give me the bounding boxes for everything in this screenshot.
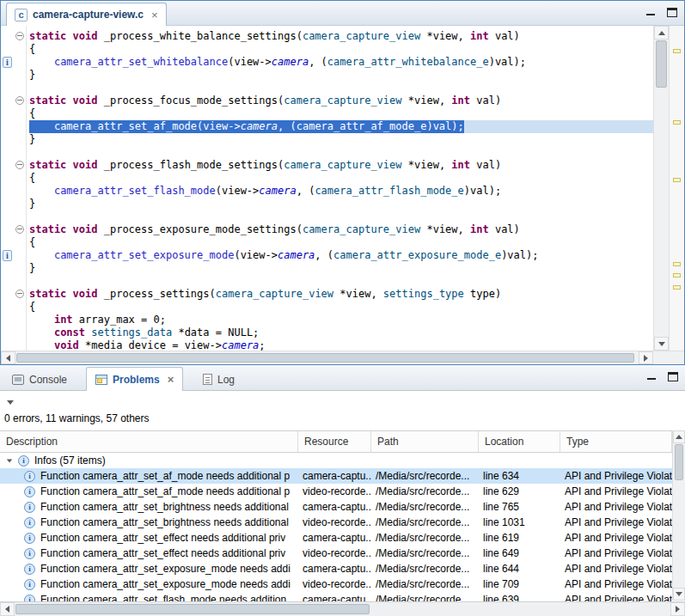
tab-problems[interactable]: Problems × xyxy=(86,367,183,391)
cell-resource: camera-captu... xyxy=(298,501,371,513)
occurrence-marker-icon[interactable] xyxy=(673,273,681,278)
fold-collapse-icon[interactable] xyxy=(15,161,24,169)
code-line[interactable]: void *media_device = view->camera; xyxy=(29,339,653,351)
close-icon[interactable]: × xyxy=(168,374,174,385)
vertical-scrollbar-thumb[interactable] xyxy=(656,40,667,88)
code-line[interactable]: static void _process_settings(camera_cap… xyxy=(29,288,653,301)
occurrence-marker-icon[interactable] xyxy=(673,178,681,182)
tab-console[interactable]: Console xyxy=(3,368,76,391)
problem-row[interactable]: iFunction camera_attr_set_flash_mode nee… xyxy=(0,592,672,601)
fold-collapse-icon[interactable] xyxy=(15,96,24,105)
cell-path: /Media/src/recorde... xyxy=(371,578,479,590)
scroll-left-button[interactable] xyxy=(0,602,15,616)
problem-row[interactable]: iFunction camera_attr_set_brightness nee… xyxy=(0,515,672,530)
problem-row[interactable]: iFunction camera_attr_set_af_mode needs … xyxy=(0,468,672,484)
scroll-right-button[interactable] xyxy=(670,602,685,616)
code-line[interactable] xyxy=(29,82,653,95)
code-line[interactable]: } xyxy=(29,69,653,82)
column-header-location[interactable]: Location xyxy=(479,431,560,452)
arrow-right-icon xyxy=(644,355,648,362)
editor-window-controls xyxy=(645,7,677,17)
column-header-description[interactable]: Description xyxy=(0,431,298,452)
occurrence-marker-icon[interactable] xyxy=(673,120,681,125)
cell-resource: video-recorde... xyxy=(298,516,371,528)
occurrence-marker-icon[interactable] xyxy=(673,285,681,290)
code-line[interactable]: static void _process_white_balance_setti… xyxy=(29,30,653,43)
horizontal-scrollbar-thumb[interactable] xyxy=(16,353,634,363)
code-line[interactable]: { xyxy=(29,107,653,120)
minimize-icon[interactable] xyxy=(646,371,657,381)
scroll-right-button[interactable] xyxy=(639,351,653,364)
code-line[interactable]: int array_max = 0; xyxy=(29,314,653,326)
fold-collapse-icon[interactable] xyxy=(15,225,24,234)
code-line[interactable]: } xyxy=(29,262,653,275)
code-line[interactable]: static void _process_flash_mode_settings… xyxy=(29,159,653,172)
code-line[interactable]: static void _process_exposure_mode_setti… xyxy=(29,223,653,236)
problem-row[interactable]: iFunction camera_attr_set_effect needs a… xyxy=(0,530,672,546)
cell-type: API and Privilege Violat... xyxy=(560,516,672,528)
scroll-up-button[interactable] xyxy=(673,430,685,443)
view-menu-arrow[interactable] xyxy=(7,400,14,405)
log-icon xyxy=(203,374,212,385)
scroll-down-button[interactable] xyxy=(654,337,669,351)
arrow-down-icon xyxy=(658,342,665,346)
code-line[interactable] xyxy=(29,275,653,288)
arrow-up-icon xyxy=(658,31,665,35)
code-line[interactable]: const settings_data *data = NULL; xyxy=(29,326,653,339)
column-header-type[interactable]: Type xyxy=(560,431,672,452)
info-icon: i xyxy=(24,533,35,544)
code-line[interactable]: { xyxy=(29,172,653,185)
occurrence-marker-icon[interactable] xyxy=(673,262,681,266)
problem-row[interactable]: iFunction camera_attr_set_af_mode needs … xyxy=(0,484,672,499)
group-row-infos[interactable]: i Infos (57 items) xyxy=(0,453,672,468)
column-header-path[interactable]: Path xyxy=(371,431,479,452)
description-text: Function camera_attr_set_af_mode needs a… xyxy=(40,485,290,497)
horizontal-scrollbar-thumb[interactable] xyxy=(15,604,370,614)
code-area[interactable]: static void _process_white_balance_setti… xyxy=(28,26,653,351)
problem-row[interactable]: iFunction camera_attr_set_effect needs a… xyxy=(0,546,672,561)
code-line[interactable]: { xyxy=(29,43,653,56)
maximize-icon[interactable] xyxy=(668,372,678,381)
maximize-icon[interactable] xyxy=(667,8,677,17)
code-line[interactable]: camera_attr_set_whitebalance(view->camer… xyxy=(29,56,653,69)
scroll-left-button[interactable] xyxy=(1,351,15,364)
occurrence-marker-icon[interactable] xyxy=(673,49,681,53)
problem-row[interactable]: iFunction camera_attr_set_exposure_mode … xyxy=(0,561,672,576)
info-annotation-icon[interactable]: i xyxy=(3,57,12,68)
info-icon: i xyxy=(24,502,35,513)
vertical-scrollbar-thumb[interactable] xyxy=(675,444,683,480)
expander-icon[interactable] xyxy=(7,459,12,462)
code-line[interactable]: camera_attr_set_exposure_mode(view->came… xyxy=(29,249,653,262)
column-header-resource[interactable]: Resource xyxy=(298,431,371,452)
scroll-down-button[interactable] xyxy=(673,588,685,601)
code-line[interactable]: { xyxy=(29,301,653,314)
problems-icon xyxy=(95,375,107,385)
editor-tab-camera-capture-view[interactable]: c camera-capture-view.c × xyxy=(6,3,167,26)
code-line[interactable] xyxy=(29,146,653,159)
scroll-up-button[interactable] xyxy=(654,26,669,40)
tab-log-label: Log xyxy=(217,374,235,386)
cell-type: API and Privilege Violat... xyxy=(560,563,672,575)
editor-body: ii static void _process_white_balance_se… xyxy=(1,26,684,351)
code-line[interactable]: } xyxy=(29,198,653,210)
cell-path: /Media/src/recorde... xyxy=(371,485,479,497)
cell-resource: video-recorde... xyxy=(298,485,371,497)
code-line[interactable]: camera_attr_set_af_mode(view->camera, (c… xyxy=(29,120,653,133)
arrow-left-icon xyxy=(6,355,10,362)
info-annotation-icon[interactable]: i xyxy=(3,250,12,261)
code-line[interactable]: camera_attr_set_flash_mode(view->camera,… xyxy=(29,185,653,198)
tab-log[interactable]: Log xyxy=(194,368,243,391)
cell-type: API and Privilege Violat... xyxy=(560,532,672,544)
close-icon[interactable]: × xyxy=(151,9,158,21)
problem-row[interactable]: iFunction camera_attr_set_exposure_mode … xyxy=(0,576,672,592)
fold-collapse-icon[interactable] xyxy=(15,290,24,298)
problem-row[interactable]: iFunction camera_attr_set_brightness nee… xyxy=(0,499,672,515)
code-line[interactable] xyxy=(29,210,653,223)
code-line[interactable]: } xyxy=(29,133,653,146)
code-line[interactable]: { xyxy=(29,236,653,249)
fold-collapse-icon[interactable] xyxy=(15,32,24,40)
cell-location: line 709 xyxy=(479,578,560,590)
minimize-icon[interactable] xyxy=(645,7,657,17)
code-line[interactable]: static void _process_focus_mode_settings… xyxy=(29,95,653,107)
table-header: DescriptionResourcePathLocationType xyxy=(0,430,672,453)
